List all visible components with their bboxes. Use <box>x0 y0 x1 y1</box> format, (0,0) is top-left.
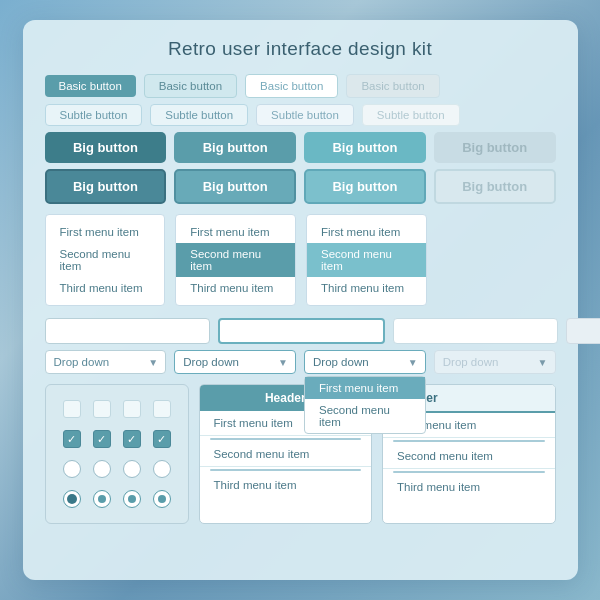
menu-box-3: First menu item Second menu item Third m… <box>306 214 427 306</box>
menu-1-item-2[interactable]: Second menu item <box>46 243 165 277</box>
checkbox-1-1[interactable] <box>63 400 81 418</box>
basic-button-3[interactable]: Basic button <box>245 74 338 98</box>
radio-4-3[interactable] <box>123 490 141 508</box>
menu-1-item-3[interactable]: Third menu item <box>46 277 165 299</box>
menu-box-2: First menu item Second menu item Third m… <box>175 214 296 306</box>
radio-4-1[interactable] <box>63 490 81 508</box>
table-1-sep-1 <box>210 438 362 440</box>
big-button-2[interactable]: Big button <box>174 132 296 163</box>
big-button-row-2: Big button Big button Big button Big but… <box>45 169 556 204</box>
subtle-button-4: Subtle button <box>362 104 460 126</box>
table-1-sep-2 <box>210 469 362 471</box>
table-2-sep-1 <box>393 440 545 442</box>
checkbox-grid: ✓ ✓ ✓ ✓ <box>45 384 189 524</box>
menu-3-item-3[interactable]: Third menu item <box>307 277 426 299</box>
subtle-button-row: Subtle button Subtle button Subtle butto… <box>45 104 556 126</box>
subtle-button-1[interactable]: Subtle button <box>45 104 143 126</box>
big-outline-button-4: Big button <box>434 169 556 204</box>
bottom-row: ✓ ✓ ✓ ✓ Header First menu item Second me… <box>45 384 556 524</box>
radio-3-3[interactable] <box>123 460 141 478</box>
big-button-row-1: Big button Big button Big button Big but… <box>45 132 556 163</box>
table-2-sep-2 <box>393 471 545 473</box>
basic-button-2[interactable]: Basic button <box>144 74 237 98</box>
input-1[interactable] <box>45 318 210 344</box>
big-outline-button-3[interactable]: Big button <box>304 169 426 204</box>
dropdown-3[interactable]: Drop down <box>304 350 426 374</box>
input-4 <box>566 318 601 344</box>
checkbox-1-2[interactable] <box>93 400 111 418</box>
menu-1-item-1[interactable]: First menu item <box>46 221 165 243</box>
big-outline-button-2[interactable]: Big button <box>174 169 296 204</box>
subtle-button-2[interactable]: Subtle button <box>150 104 248 126</box>
radio-3-4[interactable] <box>153 460 171 478</box>
table-1-row-2[interactable]: Second menu item <box>200 442 372 467</box>
subtle-button-3[interactable]: Subtle button <box>256 104 354 126</box>
radio-4-2[interactable] <box>93 490 111 508</box>
basic-button-1[interactable]: Basic button <box>45 75 136 97</box>
menu-2-item-2[interactable]: Second menu item <box>176 243 295 277</box>
radio-3-2[interactable] <box>93 460 111 478</box>
dropdown-3-option-1[interactable]: First menu item <box>305 377 425 399</box>
menu-box-1: First menu item Second menu item Third m… <box>45 214 166 306</box>
dropdown-3-option-2[interactable]: Second menu item <box>305 399 425 433</box>
page-title: Retro user interface design kit <box>45 38 556 60</box>
menu-3-item-1[interactable]: First menu item <box>307 221 426 243</box>
radio-3-1[interactable] <box>63 460 81 478</box>
input-3[interactable] <box>393 318 558 344</box>
menu-2-item-3[interactable]: Third menu item <box>176 277 295 299</box>
dropdown-4-wrap: Drop down ▼ <box>434 350 556 374</box>
table-2-row-2[interactable]: Second menu item <box>383 444 555 469</box>
radio-4-4[interactable] <box>153 490 171 508</box>
big-button-4: Big button <box>434 132 556 163</box>
dropdown-3-menu: First menu item Second menu item <box>304 376 426 434</box>
checkbox-2-4[interactable]: ✓ <box>153 430 171 448</box>
checkbox-2-3[interactable]: ✓ <box>123 430 141 448</box>
dropdown-1[interactable]: Drop down <box>45 350 167 374</box>
inputs-section <box>45 318 556 344</box>
dropdown-2-wrap: Drop down ▼ <box>174 350 296 374</box>
table-2-row-3[interactable]: Third menu item <box>383 475 555 499</box>
dropdown-2[interactable]: Drop down <box>174 350 296 374</box>
main-card: Retro user interface design kit Basic bu… <box>23 20 578 580</box>
checkbox-2-2[interactable]: ✓ <box>93 430 111 448</box>
checkbox-1-4[interactable] <box>153 400 171 418</box>
buttons-section: Basic button Basic button Basic button B… <box>45 74 556 204</box>
big-outline-button-1[interactable]: Big button <box>45 169 167 204</box>
checkbox-2-1[interactable]: ✓ <box>63 430 81 448</box>
dropdown-4: Drop down <box>434 350 556 374</box>
basic-button-4: Basic button <box>346 74 439 98</box>
menus-section: First menu item Second menu item Third m… <box>45 214 556 306</box>
dropdown-1-wrap: Drop down ▼ <box>45 350 167 374</box>
dropdowns-section: Drop down ▼ Drop down ▼ Drop down ▼ Firs… <box>45 350 556 374</box>
checkbox-1-3[interactable] <box>123 400 141 418</box>
big-button-1[interactable]: Big button <box>45 132 167 163</box>
big-button-3[interactable]: Big button <box>304 132 426 163</box>
basic-button-row: Basic button Basic button Basic button B… <box>45 74 556 98</box>
table-1-row-3[interactable]: Third menu item <box>200 473 372 497</box>
menu-2-item-1[interactable]: First menu item <box>176 221 295 243</box>
input-2[interactable] <box>218 318 385 344</box>
dropdown-3-wrap: Drop down ▼ First menu item Second menu … <box>304 350 426 374</box>
menu-3-item-2[interactable]: Second menu item <box>307 243 426 277</box>
